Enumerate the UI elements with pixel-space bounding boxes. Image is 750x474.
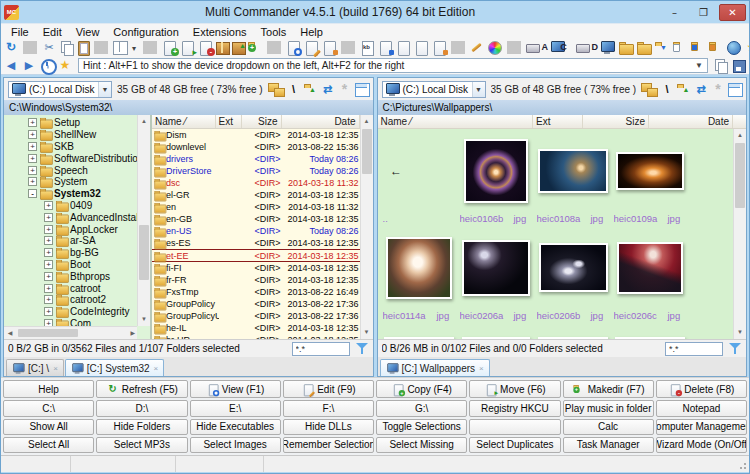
thumbnail-item[interactable] [612, 323, 689, 339]
tree-expander[interactable]: + [44, 284, 53, 293]
favorites-star-icon[interactable] [58, 59, 72, 72]
makedir-button[interactable]: Makedir (F7) [563, 380, 654, 398]
column-size[interactable]: Size [583, 115, 649, 128]
history-icon[interactable] [40, 59, 54, 72]
tree-expander[interactable]: + [28, 130, 37, 139]
left-path-bar[interactable]: C:\Windows\System32\ [4, 100, 373, 115]
select-all-button[interactable]: Select All [3, 437, 94, 453]
column-name[interactable]: Name ⁄ [378, 115, 534, 128]
file-row[interactable]: fi-FI <DIR> 2014-03-18 12:35 [152, 262, 360, 274]
tree-item[interactable]: + AdvancedInstallers [4, 211, 137, 223]
tab-close-icon[interactable]: × [154, 364, 159, 373]
maximize-button[interactable]: ❐ [690, 4, 717, 21]
thumbnail-item[interactable]: heic0206a jpg [458, 226, 535, 323]
tree-item[interactable]: + catroot2 [4, 294, 137, 306]
reread-source-icon[interactable] [321, 83, 335, 96]
minimize-button[interactable]: – [661, 4, 688, 21]
tree-item[interactable]: + CodeIntegrity [4, 306, 137, 318]
export-file-icon[interactable] [180, 41, 194, 54]
split-view-icon[interactable] [113, 41, 126, 54]
favorites-icon[interactable] [745, 41, 750, 54]
drive-dropdown-icon[interactable]: ▼ [472, 82, 485, 97]
file-row[interactable]: dsc <DIR> 2014-03-18 11:32 [152, 177, 360, 189]
rename-icon[interactable] [470, 41, 484, 54]
edit-file-icon[interactable] [304, 41, 318, 54]
paste-icon[interactable] [78, 41, 89, 54]
thumbnail-image[interactable] [617, 242, 683, 294]
right-path-bar[interactable]: C:\Pictures\Wallpappers\ [378, 100, 747, 115]
separator[interactable] [267, 41, 281, 54]
tree-expander[interactable]: + [28, 166, 37, 175]
unpack-icon[interactable] [232, 41, 244, 54]
scroll-down-icon[interactable]: ▼ [361, 326, 373, 339]
drive-c-icon[interactable] [551, 41, 565, 54]
close-button[interactable]: ✕ [719, 4, 746, 21]
tree-item[interactable]: + 0409 [4, 200, 137, 212]
network-icon[interactable] [727, 41, 741, 54]
explode-view-icon[interactable] [711, 83, 725, 96]
right-drive-selector[interactable]: (C:) Local Disk ▼ [382, 81, 486, 98]
copy-icon[interactable] [60, 41, 74, 54]
tree-item[interactable]: + SKB [4, 141, 137, 153]
thumbnail-item[interactable]: heic0206b jpg [535, 226, 612, 323]
drive-dropdown-icon[interactable]: ▼ [98, 82, 111, 97]
doc-orange-icon[interactable] [432, 41, 446, 54]
empty-button[interactable] [469, 419, 560, 435]
help-button[interactable]: Help [3, 380, 94, 398]
command-line-combo[interactable]: Hint : Alt+F1 to show the device dropdow… [78, 58, 708, 73]
tree-item[interactable]: + Setup [4, 117, 137, 129]
scroll-left-icon[interactable]: ◀ [4, 327, 16, 339]
hide-executables-button[interactable]: Hide Executables [190, 419, 281, 435]
thumbnail-item[interactable] [458, 323, 535, 339]
task-manager-button[interactable]: Task Manager [563, 437, 654, 453]
thumbnail-image[interactable] [616, 152, 684, 190]
view-button[interactable]: View (F1) [190, 380, 281, 398]
tree-expander[interactable]: + [44, 260, 53, 269]
thumbnail-image[interactable] [462, 240, 530, 296]
left-drive-selector[interactable]: (C:) Local Disk ▼ [8, 81, 112, 98]
file-row[interactable]: et-EE <DIR> 2014-03-18 12:35 [152, 249, 360, 262]
drive-d-icon[interactable] [576, 41, 590, 54]
scroll-up-icon[interactable]: ▲ [361, 115, 373, 128]
tree-item[interactable]: + catroot [4, 282, 137, 294]
kb-icon[interactable] [360, 41, 374, 54]
new-file-icon[interactable] [162, 41, 176, 54]
tree-horizontal-scrollbar[interactable]: ◀ ▶ [4, 326, 137, 339]
thumbnail-item[interactable]: heic0114a jpg [381, 226, 458, 323]
scroll-down-icon[interactable]: ▼ [734, 326, 746, 339]
go-parent-icon[interactable] [677, 83, 691, 96]
thumbnail-item[interactable] [535, 323, 612, 339]
back-icon[interactable] [4, 59, 18, 72]
scroll-thumb[interactable] [139, 225, 149, 280]
registry-hkcu-button[interactable]: Registry HKCU [469, 400, 560, 416]
tree-expander[interactable]: + [44, 319, 53, 326]
tree-item[interactable]: + bg-BG [4, 247, 137, 259]
wizard-mode-button[interactable]: Wizard Mode (On/Off) [656, 437, 747, 453]
folder-docs-icon[interactable] [709, 41, 723, 54]
file-row[interactable]: el-GR <DIR> 2014-03-18 12:35 [152, 189, 360, 201]
tree-expander[interactable]: + [44, 307, 53, 316]
folder-tree-toggle-icon[interactable] [641, 83, 657, 96]
file-row[interactable]: GroupPolicy <DIR> 2013-08-22 17:36 [152, 298, 360, 310]
tree-expander[interactable]: + [44, 201, 53, 210]
panel-tab[interactable]: [C:] Wallpappers × [380, 359, 490, 376]
scroll-right-icon[interactable]: ▶ [125, 327, 137, 339]
menu-view[interactable]: View [69, 24, 107, 39]
cut-icon[interactable] [42, 41, 56, 54]
scroll-up-icon[interactable]: ▲ [734, 129, 746, 142]
file-row[interactable]: he-IL <DIR> 2014-03-18 12:35 [152, 322, 360, 334]
folder-disk-icon[interactable] [691, 41, 705, 54]
tree-vertical-scrollbar[interactable]: ▲ ▼ [137, 115, 150, 326]
panel-tab[interactable]: [C:] \ × [6, 359, 64, 376]
go-root-icon[interactable] [287, 83, 301, 96]
filter-input[interactable] [665, 342, 723, 356]
show-all-button[interactable]: Show All [3, 419, 94, 435]
tree-expander[interactable]: + [28, 118, 37, 127]
tree-item[interactable]: + System [4, 176, 137, 188]
hide-folders-button[interactable]: Hide Folders [96, 419, 187, 435]
column-name[interactable]: Name ⁄ [152, 115, 216, 128]
hide-dlls-button[interactable]: Hide DLLs [283, 419, 374, 435]
scroll-thumb[interactable] [362, 129, 372, 174]
file-row[interactable]: downlevel <DIR> 2013-08-22 15:36 [152, 141, 360, 153]
tree-expander[interactable]: + [44, 225, 53, 234]
